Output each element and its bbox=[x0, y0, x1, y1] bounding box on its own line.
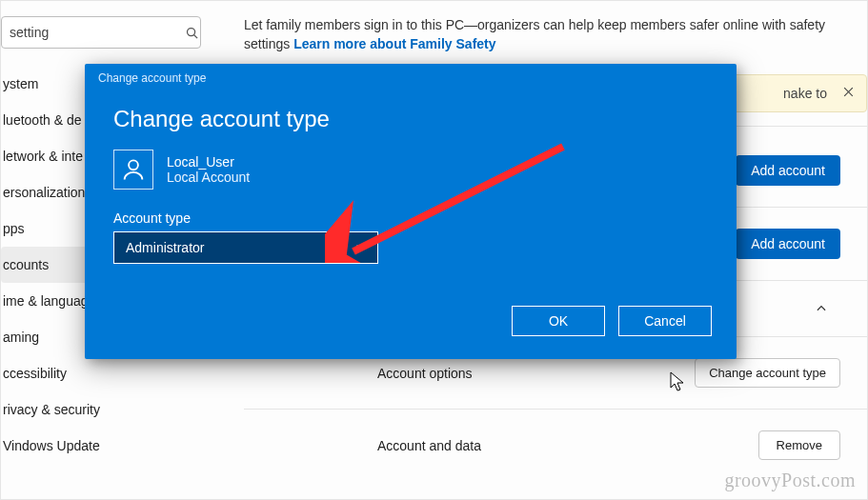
user-avatar-icon bbox=[113, 150, 153, 190]
sidebar-item-label: letwork & inte bbox=[3, 149, 83, 164]
user-row: Local_User Local Account bbox=[113, 150, 708, 190]
user-text: Local_User Local Account bbox=[167, 154, 250, 186]
ok-button[interactable]: OK bbox=[512, 306, 605, 336]
sidebar-item-label: ccounts bbox=[3, 257, 49, 272]
user-subtitle: Local Account bbox=[167, 170, 250, 185]
change-account-type-dialog: Change account type Change account type … bbox=[85, 64, 737, 359]
select-value: Administrator bbox=[126, 240, 204, 255]
chevron-down-icon bbox=[354, 240, 366, 255]
dialog-title: Change account type bbox=[113, 106, 708, 132]
row-label: Account and data bbox=[377, 438, 481, 453]
add-account-button[interactable]: Add account bbox=[736, 155, 840, 186]
sidebar-item-label: aming bbox=[3, 330, 39, 345]
svg-line-1 bbox=[194, 34, 197, 37]
account-data-row: Account and data Remove bbox=[244, 409, 867, 481]
sidebar-item-label: ersonalization bbox=[3, 185, 85, 200]
row-label: Account options bbox=[377, 366, 473, 381]
sidebar-item-label: rivacy & security bbox=[3, 402, 100, 417]
sidebar-item-windows-update[interactable]: Vindows Update bbox=[1, 428, 211, 464]
svg-point-0 bbox=[188, 28, 195, 35]
sidebar-item-label: ccessibility bbox=[3, 366, 67, 381]
sidebar-item-label: ime & language bbox=[3, 293, 95, 309]
account-type-label: Account type bbox=[113, 210, 708, 226]
chevron-up-icon bbox=[802, 302, 840, 315]
user-name: Local_User bbox=[167, 154, 250, 170]
dialog-body: Change account type Local_User Local Acc… bbox=[85, 85, 737, 306]
sidebar-item-label: Vindows Update bbox=[3, 438, 100, 453]
dialog-footer: OK Cancel bbox=[85, 306, 737, 359]
add-account-button[interactable]: Add account bbox=[736, 229, 840, 259]
account-type-select[interactable]: Administrator bbox=[113, 231, 378, 264]
search-icon[interactable] bbox=[184, 26, 200, 40]
sidebar-item-label: ystem bbox=[3, 76, 38, 91]
sidebar-item-label: luetooth & de bbox=[3, 112, 82, 128]
remove-account-button[interactable]: Remove bbox=[758, 430, 840, 460]
dialog-header: Change account type bbox=[85, 64, 737, 85]
search-box[interactable] bbox=[1, 16, 201, 49]
family-safety-blurb: Let family members sign in to this PC—or… bbox=[244, 1, 867, 61]
banner-text: nake to bbox=[783, 86, 827, 101]
search-input[interactable] bbox=[2, 25, 184, 40]
cancel-button[interactable]: Cancel bbox=[618, 306, 712, 336]
close-icon[interactable] bbox=[842, 86, 855, 101]
app-window: ystem luetooth & de letwork & inte erson… bbox=[0, 0, 868, 500]
family-safety-link[interactable]: Learn more about Family Safety bbox=[293, 36, 495, 51]
sidebar-item-privacy-security[interactable]: rivacy & security bbox=[1, 391, 211, 428]
svg-point-4 bbox=[129, 160, 138, 170]
sidebar-item-label: pps bbox=[3, 221, 25, 236]
